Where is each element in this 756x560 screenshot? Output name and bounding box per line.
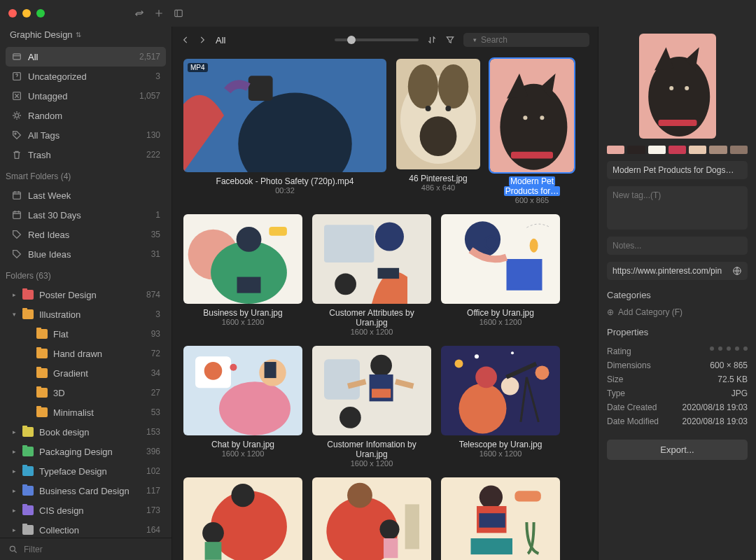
sidebar-item-blue-ideas[interactable]: Blue Ideas31 [6,244,166,264]
thumbnail-card[interactable]: Customer Attributes by Uran.jpg1600 x 12… [312,214,431,336]
preview-thumbnail[interactable] [639,34,716,139]
plus-icon[interactable] [154,8,164,18]
thumbnail-card[interactable]: Business by Uran.jpg1600 x 1200 [183,214,302,336]
thumbnail-card[interactable] [183,477,302,560]
filter-input[interactable] [24,545,163,554]
thumbnail-card[interactable]: Modern PetProducts for…600 x 865 [490,59,574,204]
sort-icon[interactable] [427,35,437,45]
maximize-icon[interactable] [36,9,45,18]
search-field[interactable]: ▾ [463,33,589,47]
thumbnail-image[interactable] [183,214,302,304]
thumbnail-image[interactable] [312,477,431,560]
chevron-icon[interactable]: ▸ [11,428,17,435]
folder-poster-design[interactable]: ▸Poster Design874 [6,285,166,304]
thumbnail-image[interactable] [312,346,431,435]
search-input[interactable] [481,35,586,45]
color-swatch[interactable] [648,146,666,154]
library-selector[interactable]: Graphic Design ⇅ [0,27,172,46]
color-swatch[interactable] [607,146,624,154]
thumbnail-image[interactable] [441,214,560,304]
folder-typeface-design[interactable]: ▸Typeface Design102 [6,461,166,481]
folder-collection[interactable]: ▸Collection164 [6,520,166,538]
svg-rect-81 [658,120,696,126]
folder-3d[interactable]: 3D27 [6,383,166,402]
thumbnail-image[interactable]: MP4 [183,59,386,172]
sidebar-filter[interactable] [0,538,172,560]
sidebar-item-last-30-days[interactable]: Last 30 Days1 [6,205,166,225]
chevron-icon[interactable]: ▸ [11,487,17,494]
thumbnail-card[interactable]: Chat by Uran.jpg1600 x 1200 [183,346,302,468]
folder-hand-drawn[interactable]: Hand drawn72 [6,344,166,363]
tag-field[interactable]: New tag...(T) [607,186,748,230]
thumbnail-image[interactable] [312,214,431,304]
folder-business-card-design[interactable]: ▸Business Card Design117 [6,481,166,500]
name-field[interactable]: Modern Pet Products for Dogs… [607,161,748,179]
thumbnail-card[interactable]: Office by Uran.jpg1600 x 1200 [441,214,560,336]
thumbnail-card[interactable] [441,477,560,560]
chevron-icon[interactable]: ▸ [11,526,17,533]
svg-point-65 [202,522,224,544]
url-field[interactable]: https://www.pinterest.com/pin [607,262,748,280]
sidebar-item-random[interactable]: Random [6,106,166,125]
folder-icon [22,486,34,496]
sidebar-item-uncategorized[interactable]: Uncategorized3 [6,66,166,86]
slider-knob[interactable] [347,36,356,44]
notes-field[interactable]: Notes... [607,237,748,255]
chevron-icon[interactable]: ▸ [11,291,17,298]
folder-gradient[interactable]: Gradient34 [6,363,166,383]
thumbnail-card[interactable]: 46 Pinterest.jpg486 x 640 [396,59,480,204]
sidebar-item-all[interactable]: All2,517 [6,47,166,66]
folder-label: Gradient [53,368,146,379]
thumbnail-image[interactable] [441,346,560,435]
color-swatch[interactable] [730,146,748,154]
chevron-down-icon[interactable]: ▾ [473,36,477,43]
thumbnail-image[interactable] [396,59,480,169]
export-button[interactable]: Export... [607,440,748,460]
chevron-icon[interactable]: ▸ [11,468,17,475]
thumbnail-card[interactable]: Customer Infomation by Uran.jpg1600 x 12… [312,346,431,468]
property-row: Dimensions600 × 865 [607,358,748,372]
thumbnail-image[interactable] [441,477,560,560]
svg-point-16 [438,64,468,108]
nav-back-icon[interactable] [181,35,190,45]
swap-icon[interactable] [134,8,144,18]
chevron-icon[interactable]: ▸ [11,507,17,514]
rating-dots[interactable] [710,346,748,356]
color-swatch[interactable] [689,146,706,154]
sidebar-item-red-ideas[interactable]: Red Ideas35 [6,225,166,244]
chevron-icon[interactable]: ▾ [11,311,17,318]
folder-illustration[interactable]: ▾Illustration3 [6,304,166,324]
globe-icon[interactable] [732,266,742,276]
thumbnail-image[interactable] [490,59,574,172]
thumbnail-card[interactable]: MP4Facebook - Photo Safety (720p).mp400:… [183,59,386,204]
color-swatch[interactable] [627,146,645,154]
add-category-button[interactable]: ⊕ Add Category (F) [607,307,748,317]
sidebar-item-last-week[interactable]: Last Week [6,186,166,205]
close-icon[interactable] [8,9,17,18]
filter-icon[interactable] [445,35,455,45]
nav-forward-icon[interactable] [197,35,207,45]
folder-count: 3 [155,309,160,319]
folder-flat[interactable]: Flat93 [6,324,166,344]
thumbnail-image[interactable] [183,346,302,435]
color-swatch[interactable] [668,146,686,154]
folder-minimalist[interactable]: Minimalist53 [6,402,166,422]
thumbnail-image[interactable] [183,477,302,560]
color-swatch[interactable] [709,146,727,154]
property-key: Size [607,374,623,384]
thumbnail-card[interactable]: Telescope by Uran.jpg1600 x 1200 [441,346,560,468]
breadcrumb[interactable]: All [216,35,244,46]
chevron-icon[interactable]: ▸ [11,448,17,455]
sidebar-item-untagged[interactable]: Untagged1,057 [6,86,166,106]
sidebar-item-all-tags[interactable]: All Tags130 [6,125,166,145]
zoom-slider[interactable] [335,38,419,41]
sidebar-item-trash[interactable]: Trash222 [6,145,166,164]
svg-point-44 [219,382,290,435]
thumbnail-card[interactable] [312,477,431,560]
minimize-icon[interactable] [22,9,31,18]
folder-book-design[interactable]: ▸Book design153 [6,422,166,442]
sidebar-toggle-icon[interactable] [174,8,183,18]
folder-cis-design[interactable]: ▸CIS design173 [6,500,166,520]
file-name: Chat by Uran.jpg [211,440,274,449]
folder-packaging-design[interactable]: ▸Packaging Design396 [6,442,166,461]
